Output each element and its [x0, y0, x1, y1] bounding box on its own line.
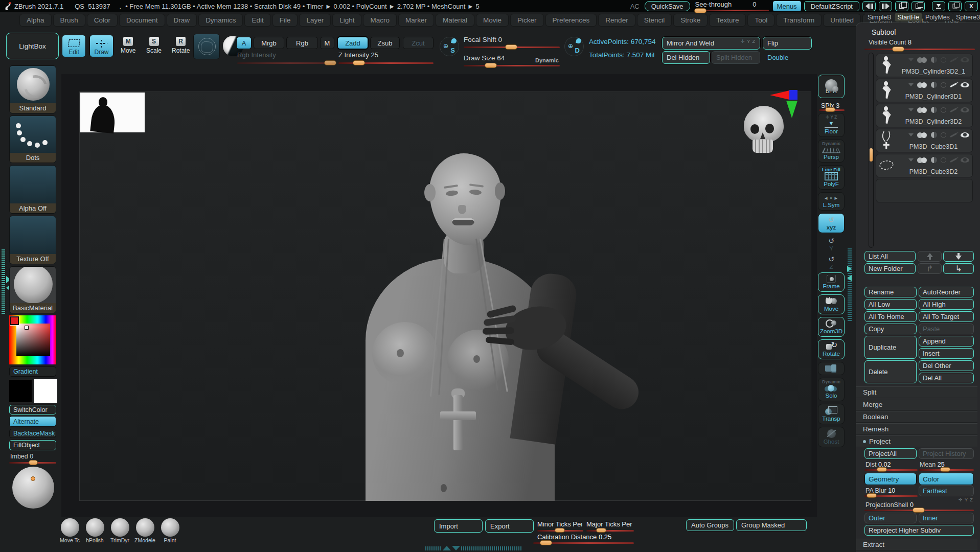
tab-polymesh[interactable]: PolyMes [923, 13, 952, 21]
m-button[interactable]: M [320, 37, 334, 49]
collapse-right-tray-button[interactable] [879, 1, 892, 11]
scale-mode-button[interactable]: SScale [146, 37, 162, 54]
subtool-folder-arrow-icon[interactable] [908, 133, 914, 136]
minimize-button[interactable] [932, 1, 945, 11]
subtool-row[interactable]: PM3D_Cube3D2 [876, 154, 973, 177]
uv-map-icon[interactable] [931, 107, 937, 113]
local-symmetry-button[interactable]: L.Sym [818, 192, 845, 211]
gradient-button[interactable]: Gradient [9, 366, 56, 377]
menu-item[interactable]: Marker [398, 14, 434, 27]
menu-item[interactable]: Dynamics [198, 14, 243, 27]
menu-item[interactable]: Draw [167, 14, 197, 27]
tray-collapse-down-icon[interactable] [452, 546, 460, 550]
draw-mode-button[interactable]: Draw [89, 35, 113, 57]
persp-button[interactable]: Dynamic Persp [818, 140, 845, 163]
menu-item[interactable]: Preferences [545, 14, 597, 27]
texture-selector-tile[interactable]: Texture Off [9, 216, 56, 264]
backface-mask-button[interactable]: BackfaceMask [9, 429, 56, 438]
saturation-square[interactable] [16, 324, 50, 356]
all-low-button[interactable]: All Low [864, 299, 917, 310]
project-section-header[interactable]: Project [856, 435, 977, 447]
lightbox-button[interactable]: LightBox [6, 33, 59, 59]
shelf-arrow-right-icon[interactable] [847, 266, 852, 272]
remesh-section-header[interactable]: Remesh [856, 423, 977, 435]
double-button[interactable]: Double [763, 51, 812, 64]
menu-item[interactable]: Picker [510, 14, 544, 27]
subtool-folder-arrow-icon[interactable] [908, 158, 914, 162]
inner-button[interactable]: Inner [919, 513, 974, 523]
subtool-scrollbar-handle[interactable] [870, 148, 873, 162]
menu-item[interactable]: Brush [53, 14, 85, 27]
sculpture-model[interactable] [307, 105, 695, 501]
frame-button[interactable]: Frame [818, 272, 845, 292]
menu-item[interactable]: Alpha [19, 14, 52, 27]
brush-selector-tile[interactable]: Standard [9, 65, 56, 113]
difference-icon[interactable] [941, 82, 946, 88]
menu-item[interactable]: Untitled [823, 14, 861, 27]
dist-slider[interactable] [864, 469, 918, 471]
left-tray-divider[interactable] [2, 249, 5, 314]
all-to-target-button[interactable]: All To Target [919, 311, 974, 322]
subtool-folder-arrow-icon[interactable] [908, 108, 914, 111]
polypaint-icon[interactable] [917, 157, 927, 163]
fill-object-button[interactable]: FillObject [9, 440, 56, 450]
material-selector-tile[interactable]: BasicMaterial [9, 266, 56, 313]
see-through-slider[interactable]: See-through 0 [693, 1, 770, 12]
floor-button[interactable]: ✛ Y Z Floor [818, 113, 845, 137]
reproject-higher-subdiv-button[interactable]: Reproject Higher Subdiv [864, 525, 974, 536]
mrgb-button[interactable]: Mrgb [254, 37, 284, 49]
visibility-eye-icon[interactable] [961, 132, 969, 137]
sculpt-brush-toggle-icon[interactable] [950, 57, 957, 62]
sculpt-brush-toggle-icon[interactable] [950, 157, 957, 162]
default-zscript-button[interactable]: DefaultZScript [804, 1, 859, 11]
difference-icon[interactable] [941, 107, 946, 113]
auto-groups-button[interactable]: Auto Groups [686, 519, 734, 531]
picker-sphere[interactable] [12, 467, 54, 509]
collapse-left-tray-button[interactable] [862, 1, 876, 11]
move-to-folder-down-button[interactable]: ↳ [943, 263, 974, 274]
quick-brush-item[interactable]: hPolish [82, 518, 107, 543]
alpha-selector-tile[interactable]: Alpha Off [9, 165, 56, 214]
shelf-arrow-left-icon[interactable] [847, 275, 852, 281]
duplicate-layout-button[interactable] [911, 1, 925, 11]
menu-item[interactable]: Render [598, 14, 635, 27]
secondary-color-swatch[interactable] [34, 379, 57, 403]
rotate-y-button[interactable]: Y [818, 236, 845, 252]
flip-button[interactable]: Flip [763, 37, 812, 50]
move-mode-button[interactable]: MMove [121, 37, 135, 54]
subtool-row[interactable]: PM3D_Cylinder3D2_1 [876, 54, 973, 77]
alpha-channel-button[interactable]: A [236, 37, 252, 49]
menu-item[interactable]: Color [87, 14, 118, 27]
tray-expand-up-icon[interactable] [443, 546, 451, 550]
tab-simplebrush[interactable]: SimpleB [865, 13, 894, 21]
copy-subtool-button[interactable]: Copy [864, 324, 917, 334]
insert-button[interactable]: Insert [919, 348, 974, 359]
rotate-mode-button[interactable]: RRotate [172, 37, 190, 54]
axis-y-arrow-icon[interactable] [786, 101, 797, 118]
camera-lock-button[interactable] [818, 362, 845, 375]
menu-item[interactable]: Layer [299, 14, 331, 27]
bpr-render-button[interactable]: BPR [818, 75, 845, 98]
list-all-button[interactable]: List All [864, 251, 916, 262]
uv-map-icon[interactable] [931, 132, 937, 138]
polyframe-button[interactable]: Line Fill PolyF [818, 165, 845, 190]
visibility-eye-icon[interactable] [961, 107, 969, 112]
menu-item[interactable]: Macro [363, 14, 397, 27]
visible-count-slider[interactable] [864, 49, 975, 50]
menu-item[interactable]: Texture [709, 14, 746, 27]
quick-brush-item[interactable]: TrimDyr [107, 518, 132, 543]
farthest-button[interactable]: Farthest [919, 486, 974, 496]
menus-toggle-button[interactable]: Menus [773, 1, 801, 11]
zcut-button[interactable]: Zcut [403, 37, 434, 49]
subtool-row[interactable]: PM3D_Cube3D1 [876, 129, 973, 152]
spix-slider[interactable]: SPix 3 [818, 101, 847, 113]
right-shelf-scrollbar[interactable] [848, 248, 852, 321]
alternate-button[interactable]: Alternate [9, 416, 56, 427]
switch-color-button[interactable]: SwitchColor [9, 405, 56, 415]
swap-layout-button[interactable] [895, 1, 908, 11]
color-picker[interactable] [9, 315, 56, 364]
draw-size-slider[interactable] [464, 65, 560, 66]
dynamic-draw-size-label[interactable]: Dynamic [535, 57, 559, 63]
new-folder-button[interactable]: New Folder [864, 263, 916, 274]
mirror-axis-mini-icons[interactable]: ✛ Y Z [741, 39, 756, 44]
